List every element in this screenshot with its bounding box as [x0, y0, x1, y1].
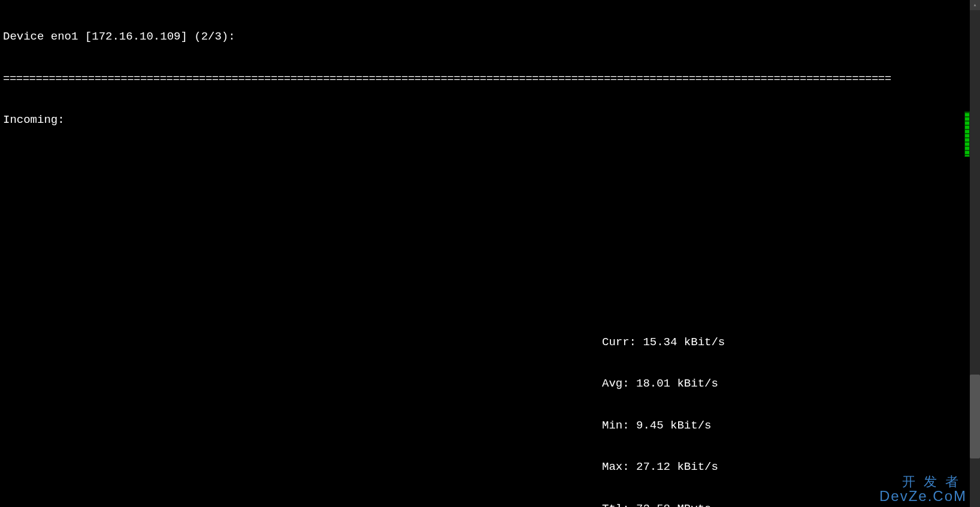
divider-line: ========================================… — [3, 72, 891, 86]
device-header: Device eno1 [172.16.10.109] (2/3): — [3, 30, 891, 44]
watermark-bottom: DevZe.CoM — [879, 488, 967, 503]
terminal-output: Device eno1 [172.16.10.109] (2/3): =====… — [0, 0, 894, 507]
incoming-stats: Curr: 15.34 kBit/s Avg: 18.01 kBit/s Min… — [3, 307, 891, 507]
watermark: 开发者 DevZe.CoM — [879, 475, 967, 503]
incoming-max: Max: 27.12 kBit/s — [3, 460, 891, 474]
scroll-thumb[interactable] — [970, 375, 980, 458]
vertical-scrollbar[interactable]: ▴ ▾ — [970, 0, 980, 507]
watermark-top: 开发者 — [879, 475, 967, 488]
scroll-up-button[interactable]: ▴ — [970, 0, 980, 10]
incoming-min: Min: 9.45 kBit/s — [3, 419, 891, 433]
traffic-bar-indicator — [964, 111, 970, 157]
incoming-graph-area — [3, 155, 891, 280]
incoming-label: Incoming: — [3, 113, 891, 127]
incoming-curr: Curr: 15.34 kBit/s — [3, 336, 891, 349]
incoming-avg: Avg: 18.01 kBit/s — [3, 377, 891, 391]
incoming-ttl: Ttl: 72.58 MByte — [3, 502, 891, 507]
